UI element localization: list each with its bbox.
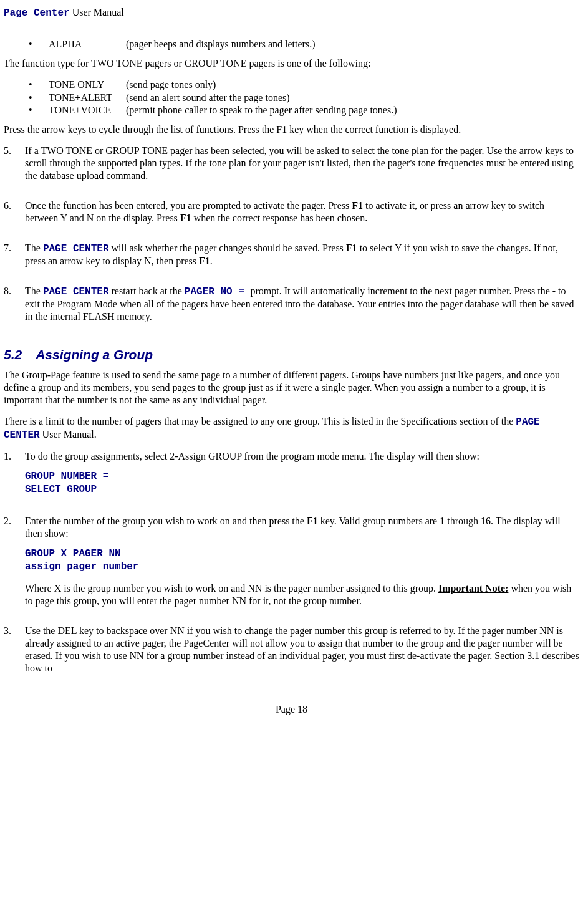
step-text: Where X is the group number you wish to … — [25, 582, 579, 607]
step-text: Once the function has been entered, you … — [25, 200, 579, 224]
bullet-icon: • — [29, 92, 49, 105]
step-7: 7. The PAGE CENTER will ask whether the … — [4, 242, 579, 275]
desc: (pager beeps and displays numbers and le… — [126, 38, 579, 51]
page-center-code: PAGE CENTER — [43, 243, 109, 254]
step-number: 5. — [4, 145, 25, 157]
alpha-list: • ALPHA (pager beeps and displays number… — [4, 38, 579, 51]
arrow-keys-para: Press the arrow keys to cycle through th… — [4, 123, 579, 136]
list-item: • ALPHA (pager beeps and displays number… — [29, 38, 579, 51]
step-number: 1. — [4, 450, 25, 463]
group-step-2: 2. Enter the number of the group you wis… — [4, 515, 579, 615]
step-text: The PAGE CENTER restart back at the PAGE… — [25, 285, 579, 323]
step-text: If a TWO TONE or GROUP TONE pager has be… — [25, 145, 579, 182]
tone-list: • TONE ONLY (send page tones only) • TON… — [4, 79, 579, 117]
page-footer: Page 18 — [4, 703, 579, 716]
header-rest: User Manual — [70, 7, 124, 17]
step-5: 5. If a TWO TONE or GROUP TONE pager has… — [4, 145, 579, 190]
term: TONE+VOICE — [49, 104, 126, 117]
display-code: GROUP X PAGER NN assign pager number — [25, 547, 579, 574]
term: TONE+ALERT — [49, 92, 126, 105]
step-text: Use the DEL key to backspace over NN if … — [25, 625, 579, 675]
f1-key: F1 — [199, 256, 210, 266]
group-step-1: 1. To do the group assignments, select 2… — [4, 450, 579, 505]
list-item: • TONE+VOICE (permit phone caller to spe… — [29, 104, 579, 117]
function-type-intro: The function type for TWO TONE pagers or… — [4, 57, 579, 70]
group-limit-para: There is a limit to the number of pagers… — [4, 415, 579, 441]
step-number: 2. — [4, 515, 25, 527]
page-center-code: PAGE CENTER — [43, 286, 109, 297]
step-number: 6. — [4, 200, 25, 212]
step-number: 3. — [4, 625, 25, 637]
section-title: Assigning a Group — [36, 347, 153, 362]
group-intro-para: The Group-Page feature is used to send t… — [4, 369, 579, 407]
important-note-label: Important Note: — [438, 583, 508, 594]
term: TONE ONLY — [49, 79, 126, 92]
desc: (send page tones only) — [126, 79, 579, 92]
list-item: • TONE ONLY (send page tones only) — [29, 79, 579, 92]
step-text: Enter the number of the group you wish t… — [25, 515, 579, 540]
term: ALPHA — [49, 38, 126, 51]
desc: (send an alert sound after the page tone… — [126, 92, 579, 105]
bullet-icon: • — [29, 79, 49, 92]
bullet-icon: • — [29, 104, 49, 117]
brand: Page Center — [4, 7, 70, 19]
bullet-icon: • — [29, 38, 49, 51]
list-item: • TONE+ALERT (send an alert sound after … — [29, 92, 579, 105]
group-step-3: 3. Use the DEL key to backspace over NN … — [4, 625, 579, 682]
f1-key: F1 — [307, 516, 318, 526]
page-header: Page Center User Manual — [4, 6, 579, 19]
desc: (permit phone caller to speak to the pag… — [126, 104, 579, 117]
f1-key: F1 — [180, 213, 191, 223]
section-number: 5.2 — [4, 347, 22, 362]
section-heading: 5.2Assigning a Group — [4, 347, 579, 363]
step-8: 8. The PAGE CENTER restart back at the P… — [4, 285, 579, 330]
step-6: 6. Once the function has been entered, y… — [4, 200, 579, 232]
step-number: 7. — [4, 242, 25, 254]
display-code: GROUP NUMBER = SELECT GROUP — [25, 470, 579, 496]
f1-key: F1 — [346, 243, 357, 253]
step-text: The PAGE CENTER will ask whether the pag… — [25, 242, 579, 267]
step-number: 8. — [4, 285, 25, 297]
group-steps: 1. To do the group assignments, select 2… — [4, 450, 579, 681]
f1-key: F1 — [352, 200, 363, 211]
step-text: To do the group assignments, select 2-As… — [25, 450, 579, 463]
pager-no-code: PAGER NO = — [185, 286, 251, 297]
steps-5-8: 5. If a TWO TONE or GROUP TONE pager has… — [4, 145, 579, 330]
